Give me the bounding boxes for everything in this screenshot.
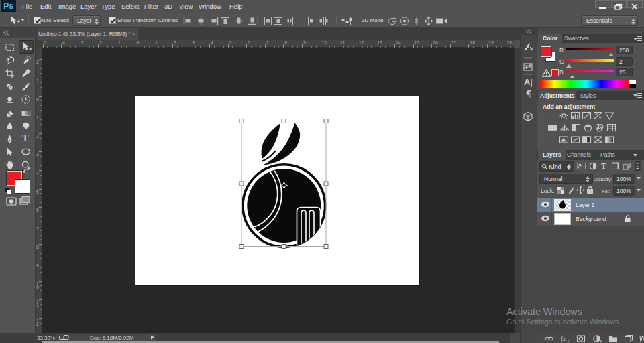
svg-text:fx: fx (561, 335, 566, 342)
